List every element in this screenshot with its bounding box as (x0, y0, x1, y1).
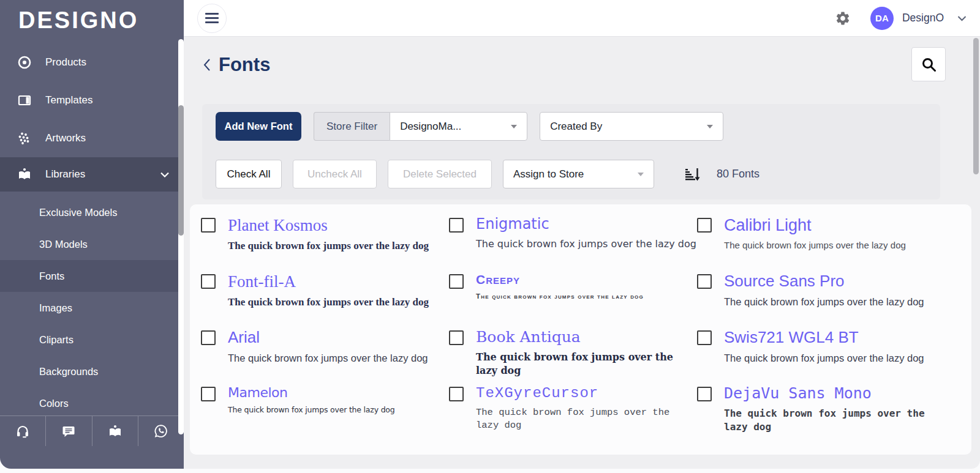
font-checkbox[interactable] (697, 387, 712, 401)
font-sample-text: The quick brown fox jumps over the lazy … (724, 351, 924, 365)
back-button[interactable] (203, 58, 211, 72)
disc-icon (17, 55, 32, 70)
whatsapp-button[interactable] (138, 416, 184, 446)
uncheck-all-button[interactable]: Uncheck All (293, 160, 377, 188)
subitem-label: Exclusive Models (39, 207, 117, 218)
sidebar-subitem-colors[interactable]: Colors (0, 387, 184, 419)
font-checkbox[interactable] (449, 274, 464, 289)
hamburger-menu-button[interactable] (197, 4, 227, 33)
font-sample-text: The quick brown fox jumps over the lazy … (476, 351, 697, 377)
assign-to-store-value: Assign to Store (513, 168, 584, 181)
hamburger-icon (205, 13, 219, 15)
avatar[interactable]: DA (870, 7, 894, 30)
sidebar-scrollbar[interactable] (178, 39, 184, 434)
sidebar-item-libraries[interactable]: Libraries (0, 157, 184, 192)
search-button[interactable] (911, 47, 946, 81)
page-title: Fonts (219, 54, 270, 76)
add-new-font-button[interactable]: Add New Font (216, 112, 301, 141)
library-button[interactable] (92, 416, 138, 446)
fonts-count: 80 Fonts (717, 168, 760, 181)
gear-icon[interactable] (835, 10, 851, 26)
sidebar-item-label: Artworks (45, 132, 86, 144)
headset-icon (15, 424, 30, 439)
font-checkbox[interactable] (697, 274, 712, 289)
search-icon (921, 56, 937, 73)
sidebar-item-templates[interactable]: Templates (0, 81, 184, 119)
font-checkbox[interactable] (449, 330, 464, 345)
sidebar-item-label: Templates (45, 94, 92, 106)
font-sample-text: The quick brown fox jumps over the lazy … (724, 239, 906, 251)
font-name-link[interactable]: DejaVu Sans Mono (724, 385, 944, 401)
chevron-down-icon (160, 172, 169, 177)
sidebar-nav: Products Templates Artworks (0, 43, 184, 192)
check-all-button[interactable]: Check All (216, 160, 282, 188)
font-name-link[interactable]: Book Antiqua (476, 329, 697, 345)
created-by-select[interactable]: Created By (540, 112, 723, 141)
font-name-link[interactable]: Creepy (476, 273, 644, 286)
font-checkbox[interactable] (449, 387, 464, 401)
font-name-link[interactable]: Swis721 WGL4 BT (724, 329, 924, 346)
font-item: Source Sans Pro The quick brown fox jump… (697, 273, 971, 329)
subitem-label: Cliparts (39, 334, 74, 346)
font-sample-text: The quick brown fox jumps over the lazy … (724, 407, 944, 433)
topbar-right: DA DesignO (835, 7, 967, 30)
subitem-label: Images (39, 302, 72, 314)
sidebar-item-artworks[interactable]: Artworks (0, 119, 184, 157)
font-checkbox[interactable] (201, 330, 216, 345)
font-item: TeXGyreCursor The quick brown fox jumps … (449, 385, 697, 442)
font-sample-text: The quick brown fox jumps over the lazy … (228, 405, 395, 415)
topbar: DA DesignO (184, 0, 980, 37)
font-name-link[interactable]: Source Sans Pro (724, 273, 924, 289)
font-item: Planet Kosmos The quick brown fox jumps … (201, 217, 449, 273)
sidebar-subitem-images[interactable]: Images (0, 292, 184, 324)
font-name-link[interactable]: Arial (228, 329, 428, 346)
font-name-link[interactable]: Planet Kosmos (228, 217, 429, 234)
delete-selected-button[interactable]: Delete Selected (388, 160, 492, 188)
store-filter-group: Store Filter DesignoMa... (314, 112, 527, 141)
open-book-icon (108, 424, 123, 439)
store-filter-label: Store Filter (314, 112, 390, 141)
font-checkbox[interactable] (201, 274, 216, 289)
sidebar-subitem-exclusive-models[interactable]: Exclusive Models (0, 196, 184, 228)
font-name-link[interactable]: Font-fil-A (228, 273, 429, 290)
subitem-label: 3D Models (39, 239, 88, 250)
font-item: Swis721 WGL4 BT The quick brown fox jump… (697, 329, 971, 385)
support-button[interactable] (0, 416, 46, 446)
store-filter-select[interactable]: DesignoMa... (390, 112, 527, 141)
font-item: Book Antiqua The quick brown fox jumps o… (449, 329, 697, 385)
sidebar-subitem-fonts[interactable]: Fonts (0, 260, 184, 292)
font-checkbox[interactable] (201, 218, 216, 233)
chat-button[interactable] (46, 416, 92, 446)
sidebar-item-label: Products (45, 56, 86, 69)
font-item: Arial The quick brown fox jumps over the… (201, 329, 449, 385)
sidebar-item-label: Libraries (45, 168, 85, 181)
font-name-link[interactable]: Mamelon (228, 385, 395, 400)
sidebar-item-products[interactable]: Products (0, 43, 184, 81)
sidebar-subitem-cliparts[interactable]: Cliparts (0, 324, 184, 356)
font-checkbox[interactable] (449, 218, 464, 233)
content-scrollbar-thumb[interactable] (973, 38, 979, 174)
font-name-link[interactable]: TeXGyreCursor (476, 385, 687, 401)
brand-logo: DESIGNO (0, 0, 184, 34)
font-checkbox[interactable] (697, 330, 712, 345)
created-by-value: Created By (550, 121, 602, 133)
font-name-link[interactable]: Calibri Light (724, 217, 906, 234)
font-name-link[interactable]: Enigmatic (476, 217, 696, 232)
main-area: DA DesignO Fonts (184, 0, 980, 469)
sidebar-subitem-backgrounds[interactable]: Backgrounds (0, 356, 184, 387)
caret-down-icon (638, 173, 644, 176)
app-window: DESIGNO Products Templates (0, 0, 980, 473)
font-sample-text: The quick brown fox jumps over the lazy … (476, 292, 644, 302)
font-sample-text: The quick brown fox jumps over the lazy … (476, 237, 696, 251)
sidebar-subitem-3d-models[interactable]: 3D Models (0, 228, 184, 260)
sidebar-footer (0, 415, 184, 446)
sort-amount-icon (682, 165, 701, 184)
assign-to-store-select[interactable]: Assign to Store (503, 160, 654, 188)
font-checkbox[interactable] (697, 218, 712, 233)
chevron-down-icon[interactable] (957, 15, 967, 21)
subitem-label: Fonts (39, 270, 64, 282)
sidebar-scrollbar-thumb[interactable] (178, 105, 184, 236)
sort-button[interactable] (682, 165, 701, 184)
store-filter-value: DesignoMa... (400, 121, 461, 133)
font-checkbox[interactable] (201, 387, 216, 401)
